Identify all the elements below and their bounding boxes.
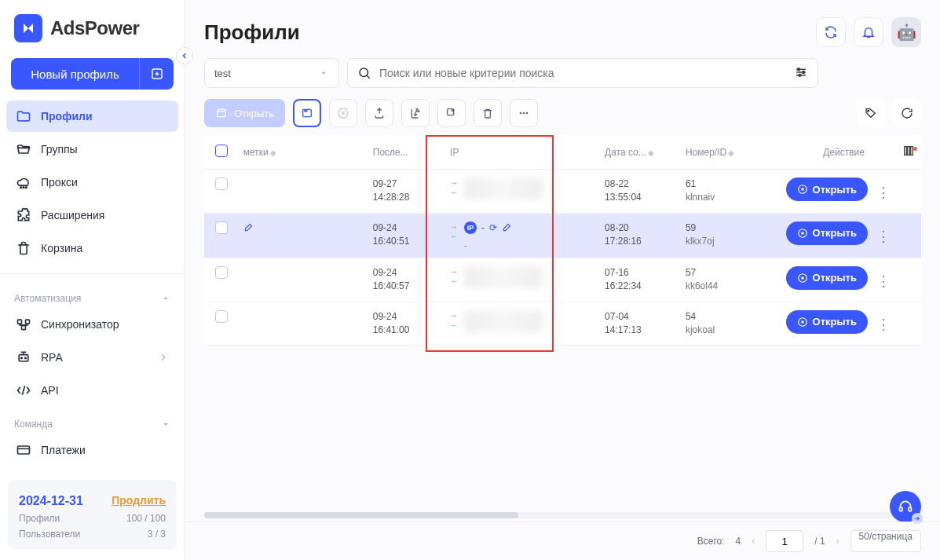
row-edit-icon[interactable] [243,224,254,235]
last-open-date: 09-24 [373,221,437,235]
share-button[interactable] [437,99,466,127]
page-input[interactable] [766,530,803,552]
row-menu-button[interactable]: ⋮ [876,273,891,290]
hscroll-track[interactable] [204,512,921,518]
users-count-label: Пользователи [19,529,80,540]
app-logo-icon [14,14,42,42]
export-button[interactable] [365,99,393,127]
user-avatar[interactable]: 🤖 [891,17,921,47]
column-created[interactable]: Дата со... [605,147,646,158]
search-icon [357,66,371,80]
chevron-down-icon [161,294,170,303]
notifications-button[interactable] [854,17,883,47]
row-checkbox[interactable] [215,266,228,279]
table-row[interactable]: 09-2416:40:51 →←IP - ⟳ - 08-2017:28:16 5… [204,213,921,258]
nav-profiles[interactable]: Профили [6,101,178,132]
svg-point-2 [23,187,24,188]
import-button[interactable] [401,99,430,127]
subscription-date: 2024-12-31 [19,494,83,508]
open-selected-button[interactable]: Открыть [204,99,285,127]
browser-icon [301,107,313,119]
column-last[interactable]: После... [373,147,408,158]
table-row[interactable]: 09-2714:28:28 →← 08-2213:55:04 61klnnaiv… [204,170,921,214]
row-open-button[interactable]: Открыть [786,310,868,334]
group-select[interactable]: test [204,58,339,88]
row-open-button[interactable]: Открыть [786,178,868,201]
svg-point-14 [799,74,801,76]
chevron-down-icon [318,68,329,79]
row-menu-button[interactable]: ⋮ [876,228,891,245]
section-team[interactable]: Команда [0,408,185,434]
upload-icon [373,107,386,119]
ip-edit-icon[interactable] [502,221,513,235]
support-fab[interactable]: ➜ [890,491,921,522]
svg-point-3 [26,187,27,188]
new-profile-add-icon[interactable] [139,58,174,90]
nav-extensions[interactable]: Расширения [6,199,178,231]
close-button[interactable] [329,99,357,127]
last-open-time: 16:40:57 [373,280,437,293]
nav-rpa[interactable]: RPA [6,342,178,373]
table-row[interactable]: 09-2416:41:00 →← 07-0414:17:13 54kjokoal… [204,302,921,346]
column-ip[interactable]: IP [450,147,459,158]
row-menu-button[interactable]: ⋮ [876,316,891,333]
chrome-icon [797,184,808,195]
sidebar: AdsPower Новый профиль Профили Группы Пр… [0,0,185,560]
created-time: 16:22:34 [605,280,673,293]
row-checkbox[interactable] [215,221,228,234]
profile-id: kjokoal [686,324,774,337]
sync-icon [16,317,31,332]
row-open-button[interactable]: Открыть [786,221,868,245]
created-time: 13:55:04 [605,191,673,204]
row-checkbox[interactable] [215,178,228,190]
filters-row: test [185,53,940,96]
search-box[interactable] [347,58,818,88]
sync-button[interactable] [816,17,846,47]
search-input[interactable] [379,67,786,79]
svg-point-33 [801,276,804,280]
cloud-icon [16,174,31,190]
row-checkbox[interactable] [215,310,228,323]
svg-rect-25 [905,147,907,156]
nav-trash[interactable]: Корзина [6,232,178,264]
new-profile-button[interactable]: Новый профиль [11,58,174,90]
nav-api[interactable]: API [6,375,178,406]
more-button[interactable] [510,99,538,127]
row-open-label: Открыть [813,184,857,196]
page-size-select[interactable]: 50/страница [850,530,921,552]
ip-refresh-icon[interactable]: ⟳ [489,222,497,233]
window-manage-button[interactable] [293,99,321,127]
delete-button[interactable] [474,99,502,127]
column-id[interactable]: Номер/ID [686,147,726,158]
total-label: Всего: [697,536,725,547]
page-next[interactable]: › [836,536,839,547]
chrome-icon [797,273,808,284]
nav-groups[interactable]: Группы [6,134,178,165]
select-all-checkbox[interactable] [215,145,228,157]
nav-proxy[interactable]: Прокси [6,167,178,198]
collapse-sidebar-button[interactable] [176,47,193,64]
svg-rect-10 [18,446,30,454]
advanced-filter-button[interactable] [794,65,808,82]
toolbar: Открыть [185,96,940,135]
row-menu-button[interactable]: ⋮ [876,184,891,201]
tag-button[interactable] [857,99,885,127]
renew-link[interactable]: Продлить [112,494,166,508]
ip-blurred [464,178,543,199]
page-prev[interactable]: ‹ [752,536,755,547]
nav-synchronizer[interactable]: Синхронизатор [6,309,178,340]
subscription-box: 2024-12-31 Продлить Профили 100 / 100 По… [8,480,177,549]
refresh-table-button[interactable] [893,99,921,127]
last-open-date: 09-24 [373,266,437,280]
created-time: 14:17:13 [605,324,673,337]
team-nav: Платежи [0,434,185,467]
section-automation[interactable]: Автоматизация [0,282,185,309]
more-horizontal-icon [518,107,530,119]
hscroll-thumb[interactable] [204,512,518,518]
columns-config-button[interactable] [902,148,915,159]
nav-payments[interactable]: Платежи [6,434,178,466]
headset-icon [898,499,913,514]
column-tags[interactable]: метки [243,147,269,158]
row-open-button[interactable]: Открыть [786,266,868,290]
table-row[interactable]: 09-2416:40:57 →← 07-1616:22:34 57kk6ol44… [204,258,921,302]
